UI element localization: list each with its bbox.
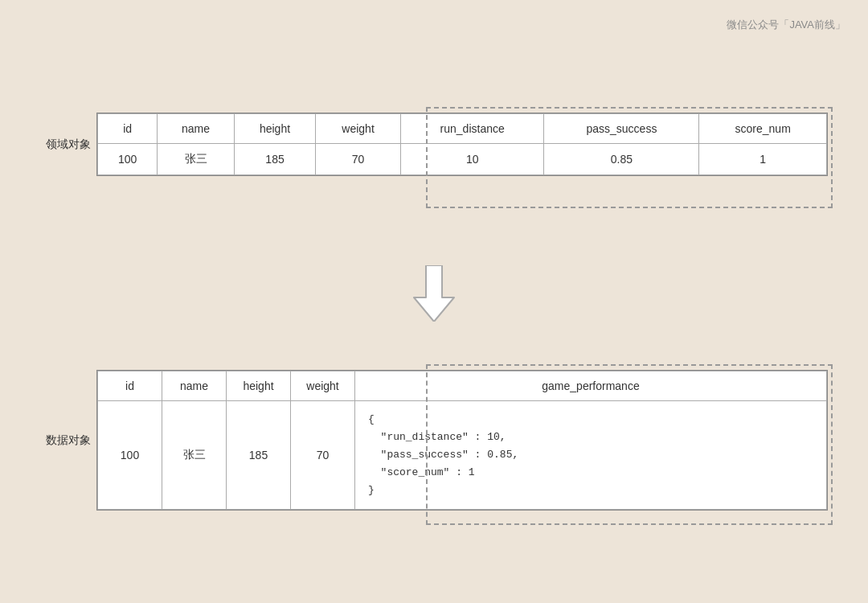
bottom-cell-name: 张三 [162,401,227,510]
top-col-name: name [158,114,235,144]
bottom-section: 数据对象 id name height weight game_performa… [40,370,828,511]
bottom-col-id: id [98,371,162,401]
top-col-weight: weight [316,114,401,144]
top-cell-id: 100 [98,144,158,175]
bottom-table: id name height weight game_performance 1… [97,371,827,510]
bottom-col-game: game_performance [355,371,827,401]
bottom-cell-height: 185 [227,401,291,510]
svg-marker-0 [414,265,454,322]
watermark: 微信公众号「JAVA前线」 [727,18,845,32]
bottom-label: 数据对象 [40,433,96,448]
bottom-data-row: 100 张三 185 70 { "run_distance" : 10, "pa… [98,401,827,510]
bottom-col-weight: weight [291,371,355,401]
bottom-cell-id: 100 [98,401,162,510]
top-cell-pass: 0.85 [544,144,699,175]
down-arrow-icon [410,265,458,322]
bottom-cell-json: { "run_distance" : 10, "pass_success" : … [355,401,827,510]
top-col-run: run_distance [400,114,544,144]
top-cell-run: 10 [400,144,544,175]
top-data-row: 100 张三 185 70 10 0.85 1 [98,144,827,175]
top-col-height: height [234,114,315,144]
top-section: 领域对象 id name height weight run_distance … [40,113,828,176]
top-col-score: score_num [699,114,827,144]
top-cell-weight: 70 [316,144,401,175]
bottom-col-name: name [162,371,227,401]
top-cell-height: 185 [234,144,315,175]
top-header-row: id name height weight run_distance pass_… [98,114,827,144]
top-cell-score: 1 [699,144,827,175]
top-cell-name: 张三 [158,144,235,175]
top-label: 领域对象 [40,137,96,152]
arrow-container [410,265,458,322]
top-table: id name height weight run_distance pass_… [97,113,827,175]
bottom-header-row: id name height weight game_performance [98,371,827,401]
top-col-id: id [98,114,158,144]
top-col-pass: pass_success [544,114,699,144]
bottom-cell-weight: 70 [291,401,355,510]
bottom-table-wrapper: id name height weight game_performance 1… [96,370,828,511]
top-table-wrapper: id name height weight run_distance pass_… [96,113,828,176]
bottom-col-height: height [227,371,291,401]
